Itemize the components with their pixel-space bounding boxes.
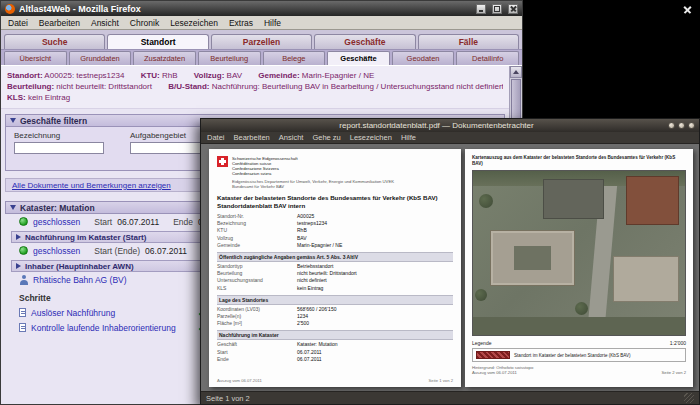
- menu-chronik[interactable]: Chronik: [130, 18, 159, 28]
- footer-page-number: Seite 2 von 2: [662, 370, 686, 375]
- subtab-grunddaten[interactable]: Grunddaten: [69, 51, 132, 65]
- menu-datei[interactable]: Datei: [8, 18, 28, 28]
- pdf-viewer-window: report.standortdatenblatt.pdf — Dokument…: [200, 118, 700, 405]
- collapse-icon: [10, 205, 16, 210]
- page2-footer: Hintergrund: Orthofoto swisstopo Auszug …: [472, 365, 686, 375]
- ktu-label: KTU:: [141, 71, 160, 80]
- subtab-detailinfo[interactable]: Detailinfo: [456, 51, 519, 65]
- menu-hilfe[interactable]: Hilfe: [401, 133, 416, 142]
- photo-tree: [479, 194, 493, 208]
- bezeichnung-label: Bezeichnung: [14, 131, 104, 140]
- data-row: Koordinaten (LV03)568'660 / 206'150: [217, 306, 453, 313]
- show-all-docs-link[interactable]: Alle Dokumente und Bemerkungen anzeigen: [12, 181, 171, 190]
- title-line: Standortdatenblatt BAV intern: [217, 202, 453, 210]
- pdf-document-area[interactable]: Schweizerische Eidgenossenschaft Confédé…: [201, 144, 699, 391]
- owner-link[interactable]: Rhätische Bahn AG (BV): [33, 275, 127, 285]
- swiss-cross-icon: [217, 156, 228, 167]
- minimize-button[interactable]: [668, 122, 675, 129]
- desktop-close-icon[interactable]: [683, 5, 692, 14]
- footer-date: Auszug vom 06.07.2011: [217, 378, 262, 383]
- subtab-zusatzdaten[interactable]: Zusatzdaten: [133, 51, 196, 65]
- maximize-button[interactable]: [678, 122, 685, 129]
- firefox-app-icon: [5, 4, 15, 14]
- minimize-button[interactable]: [476, 4, 486, 14]
- arrow-up-icon: [513, 70, 519, 74]
- menu-gehe-zu[interactable]: Gehe zu: [312, 133, 340, 142]
- expand-icon: [16, 234, 21, 240]
- page-indicator[interactable]: Seite 1 von 2: [206, 394, 250, 403]
- step-link[interactable]: Kontrolle laufende Inhaberorientierung: [31, 323, 188, 333]
- kls-value: kein Eintrag: [28, 93, 70, 102]
- status-link[interactable]: geschlossen: [33, 246, 80, 256]
- confederation-lines: Schweizerische Eidgenossenschaft Confédé…: [232, 156, 394, 176]
- pdf-statusbar: Seite 1 von 2: [201, 391, 699, 404]
- pdf-page-1: Schweizerische Eidgenossenschaft Confédé…: [209, 149, 461, 387]
- menu-datei[interactable]: Datei: [207, 133, 225, 142]
- pdf-titlebar[interactable]: report.standortdatenblatt.pdf — Dokument…: [201, 119, 699, 132]
- tab-suche[interactable]: Suche: [4, 34, 105, 49]
- photo-building: [613, 256, 679, 302]
- menu-bearbeiten[interactable]: Bearbeiten: [234, 133, 270, 142]
- status-green-icon: [19, 217, 28, 226]
- subtab-uebersicht[interactable]: Übersicht: [4, 51, 67, 65]
- tab-faelle[interactable]: Fälle: [418, 34, 519, 49]
- end-label: Ende: [173, 217, 193, 227]
- document-icon: [19, 308, 26, 317]
- start-ende-date: 06.07.2011: [145, 246, 187, 256]
- tab-parzellen[interactable]: Parzellen: [211, 34, 312, 49]
- photo-tree: [475, 289, 487, 301]
- dept-line: Bundesamt für Verkehr BAV: [232, 184, 394, 189]
- data-row: GeschäftKataster: Mutation: [217, 341, 453, 348]
- vollzug-value: BAV: [227, 71, 242, 80]
- scroll-up-button[interactable]: [510, 66, 522, 78]
- standort-header-line3: KLS: kein Eintrag: [7, 92, 503, 103]
- menu-lesezeichen[interactable]: Lesezeichen: [350, 133, 392, 142]
- legend-box: Standort im Kataster der belasteten Stan…: [472, 348, 686, 362]
- menu-hilfe[interactable]: Hilfe: [264, 18, 281, 28]
- expand-icon: [16, 263, 21, 269]
- firefox-menubar: Datei Bearbeiten Ansicht Chronik Lesezei…: [1, 16, 522, 30]
- maximize-button[interactable]: [492, 4, 502, 14]
- bu-stand-label: B/U-Stand:: [168, 82, 209, 91]
- gemeinde-value: Marin-Epagnier / NE: [302, 71, 374, 80]
- tab-standort[interactable]: Standort: [107, 34, 208, 49]
- menu-ansicht[interactable]: Ansicht: [91, 18, 119, 28]
- status-link[interactable]: geschlossen: [33, 217, 80, 227]
- gemeinde-label: Gemeinde:: [258, 71, 299, 80]
- menu-extras[interactable]: Extras: [229, 18, 253, 28]
- standort-value: A00025: testneps1234: [44, 71, 124, 80]
- kls-label: KLS:: [7, 93, 26, 102]
- subtab-belege[interactable]: Belege: [263, 51, 326, 65]
- data-row: Standort-Nr.A00025: [217, 213, 453, 220]
- menu-bearbeiten[interactable]: Bearbeiten: [39, 18, 80, 28]
- data-row: Bezeichnungtestneps1234: [217, 220, 453, 227]
- beurteilung-value: nicht beurteilt: Drittstandort: [56, 82, 152, 91]
- subtab-geschaefte[interactable]: Geschäfte: [327, 51, 390, 65]
- logo-text-block: Schweizerische Eidgenossenschaft Confédé…: [232, 156, 394, 189]
- filter-panel-title: Geschäfte filtern: [20, 116, 87, 126]
- photo-building: [490, 230, 575, 286]
- menu-ansicht[interactable]: Ansicht: [279, 133, 304, 142]
- swiss-federal-header: Schweizerische Eidgenossenschaft Confédé…: [217, 156, 453, 189]
- vollzug-label: Vollzug:: [194, 71, 225, 80]
- collapse-icon: [10, 118, 16, 123]
- subtab-beurteilung[interactable]: Beurteilung: [198, 51, 261, 65]
- step-link[interactable]: Auslöser Nachführung: [31, 308, 188, 318]
- lage-rows: Koordinaten (LV03)568'660 / 206'150 Parz…: [217, 306, 453, 328]
- start-label: Start: [94, 217, 112, 227]
- standort-label: Standort:: [7, 71, 43, 80]
- menu-lesezeichen[interactable]: Lesezeichen: [170, 18, 218, 28]
- ktu-value: RhB: [162, 71, 178, 80]
- tab-geschaefte[interactable]: Geschäfte: [314, 34, 415, 49]
- basisdaten-rows: Standort-Nr.A00025 Bezeichnungtestneps12…: [217, 213, 453, 249]
- inhaber-title: Inhaber (Hauptinhaber AWN): [25, 262, 134, 271]
- subtab-geodaten[interactable]: Geodaten: [392, 51, 455, 65]
- map-title: Kartenauszug aus dem Kataster der belast…: [472, 155, 686, 166]
- bezeichnung-input[interactable]: [14, 142, 104, 154]
- resize-grip[interactable]: [684, 393, 694, 403]
- document-title: Kataster der belasteten Standorte des Bu…: [217, 194, 453, 209]
- close-button[interactable]: [508, 4, 518, 14]
- close-button[interactable]: [688, 122, 695, 129]
- desktop: Altlast4Web - Mozilla Firefox Datei Bear…: [0, 0, 700, 405]
- firefox-titlebar[interactable]: Altlast4Web - Mozilla Firefox: [1, 1, 522, 16]
